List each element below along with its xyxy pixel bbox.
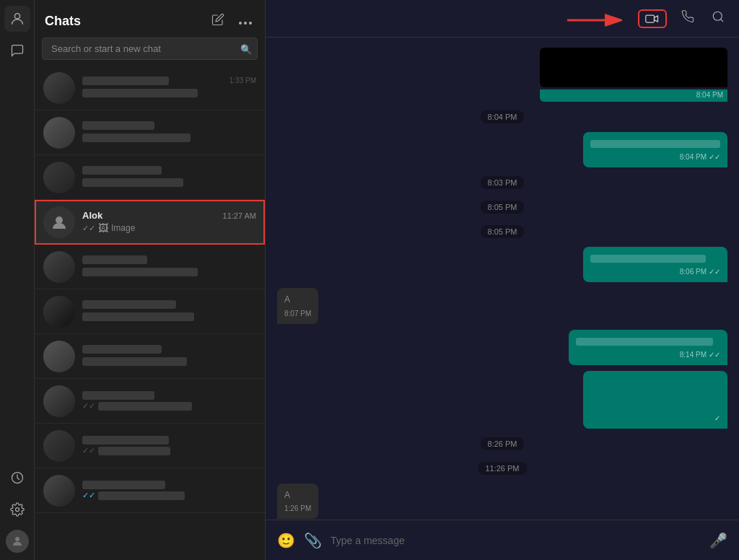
msg-row: A 8:07 PM (277, 288, 727, 323)
msg-bubble-received: A 1:26 PM (277, 484, 318, 519)
list-item[interactable] (35, 245, 265, 289)
sidebar-title: Chats (45, 14, 81, 29)
msg-row: 8:04 PM ✓✓ (277, 132, 727, 167)
chat-preview-blurred (98, 402, 192, 411)
msg-row: 8:14 PM ✓✓ (277, 330, 727, 365)
list-item[interactable]: ✓✓ (35, 424, 265, 468)
msg-ticks: ✓✓ (709, 267, 720, 277)
chat-header-icons (638, 7, 727, 30)
chat-info: ✓✓ (82, 481, 256, 500)
chat-info: Alok 11:27 AM ✓✓ 🖼 Image (82, 210, 256, 234)
sidebar-header: Chats (35, 0, 265, 38)
chat-preview-blurred (82, 178, 183, 187)
chat-info (82, 255, 256, 279)
timestamp-center: 8:05 PM (481, 201, 525, 214)
chat-name-blurred (82, 255, 147, 264)
messages-area: 8:04 PM 8:04 PM 8:04 PM ✓✓ 8:03 PM 8:05 … (266, 38, 739, 520)
chat-info (82, 166, 256, 189)
chat-name-blurred (82, 436, 169, 445)
avatar (43, 206, 75, 238)
msg-time: 8:14 PM (680, 350, 707, 360)
search-button[interactable] (709, 7, 727, 30)
msg-time: 8:06 PM (680, 267, 707, 277)
search-icon: 🔍 (240, 43, 252, 54)
search-input[interactable] (42, 38, 258, 60)
chat-preview-blurred (98, 447, 170, 455)
new-chat-button[interactable] (209, 10, 227, 32)
msg-row: A 1:26 PM (277, 484, 727, 519)
video-call-button[interactable] (638, 9, 667, 28)
msg-ticks: ✓ (714, 414, 720, 424)
emoji-button[interactable]: 🙂 (277, 532, 295, 549)
msg-bubble-sent: 8:06 PM ✓✓ (583, 247, 727, 282)
chat-time: 1:33 PM (229, 76, 256, 84)
msg-row: 8:06 PM ✓✓ (277, 247, 727, 282)
msg-bubble-sent-large: ✓ (583, 371, 727, 429)
msg-time: 8:07 PM (284, 309, 311, 319)
rail-icon-chats[interactable] (4, 38, 30, 64)
list-item[interactable]: 1:33 PM (35, 66, 265, 110)
rail-icon-logo[interactable] (4, 6, 30, 32)
chat-name-blurred (82, 76, 169, 85)
chat-header (266, 0, 739, 38)
msg-ticks: ✓✓ (709, 350, 720, 360)
chat-preview-blurred (82, 357, 187, 366)
rail-icon-activity[interactable] (4, 465, 30, 491)
chat-name-blurred (82, 166, 162, 175)
timestamp-center: 11:26 PM (478, 462, 526, 475)
msg-bubble-received: A 8:07 PM (277, 288, 318, 323)
timestamp-center: 8:04 PM (481, 110, 525, 123)
chat-info: ✓✓ (82, 391, 256, 411)
list-item[interactable] (35, 155, 265, 200)
microphone-button[interactable]: 🎤 (709, 532, 727, 549)
chat-name-blurred (82, 481, 165, 489)
msg-row: ✓ (277, 371, 727, 429)
input-area: 🙂 📎 🎤 (266, 520, 739, 560)
svg-point-0 (14, 14, 19, 19)
list-item[interactable] (35, 110, 265, 155)
attachment-button[interactable]: 📎 (304, 532, 322, 549)
svg-point-5 (244, 22, 247, 25)
msg-time: 8:04 PM (696, 91, 723, 99)
chat-info (82, 345, 256, 368)
svg-point-3 (15, 537, 19, 541)
chat-preview: ✓✓ 🖼 Image (82, 222, 256, 234)
chat-info (82, 121, 256, 144)
icon-rail (0, 0, 35, 560)
search-box: 🔍 (42, 38, 258, 60)
chat-name: Alok (82, 210, 102, 221)
sidebar: Chats 🔍 (35, 0, 266, 560)
chat-name-blurred (82, 121, 154, 130)
list-item[interactable]: ✓✓ (35, 468, 265, 513)
main-chat-area: 8:04 PM 8:04 PM 8:04 PM ✓✓ 8:03 PM 8:05 … (266, 0, 739, 560)
msg-time: 1:26 PM (284, 504, 311, 514)
msg-bubble-media: 8:04 PM (540, 48, 727, 102)
chat-info (82, 300, 256, 323)
chat-list: 1:33 PM (35, 66, 265, 560)
more-options-button[interactable] (236, 12, 255, 30)
list-item[interactable]: ✓✓ (35, 379, 265, 424)
rail-icon-settings[interactable] (4, 496, 30, 522)
timestamp-center: 8:05 PM (481, 225, 525, 238)
svg-point-6 (249, 22, 252, 25)
timestamp-center: 8:03 PM (481, 176, 525, 189)
svg-point-7 (56, 216, 63, 224)
chat-name-blurred (82, 300, 176, 309)
chat-time: 11:27 AM (223, 211, 256, 220)
msg-row: 8:04 PM (277, 48, 727, 102)
chat-preview-blurred (82, 134, 191, 142)
chat-preview-blurred (82, 89, 198, 97)
message-input[interactable] (331, 535, 701, 546)
msg-ticks: ✓✓ (709, 152, 720, 162)
voice-call-button[interactable] (678, 7, 697, 30)
chat-preview-blurred (82, 312, 194, 321)
chat-preview-blurred (82, 268, 198, 276)
rail-avatar-user[interactable] (4, 528, 30, 554)
list-item[interactable] (35, 334, 265, 379)
list-item[interactable] (35, 289, 265, 334)
chat-name-blurred (82, 391, 154, 400)
svg-point-4 (239, 22, 242, 25)
timestamp-center: 8:26 PM (481, 437, 525, 450)
list-item-alok[interactable]: Alok 11:27 AM ✓✓ 🖼 Image (35, 200, 265, 245)
chat-info: 1:33 PM (82, 76, 256, 100)
